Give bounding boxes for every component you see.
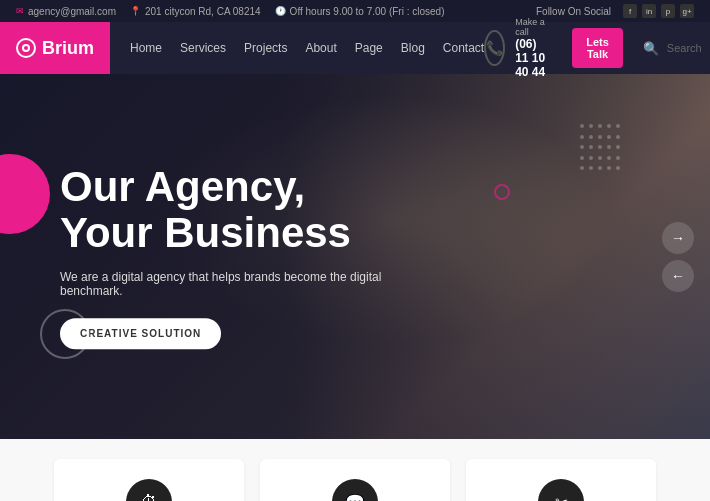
nav-home[interactable]: Home [130,41,162,55]
facebook-icon[interactable]: f [623,4,637,18]
card-quick-support: 💬 Quick Support [260,459,450,501]
hero-title-line2: Your Business [60,209,351,256]
digital-strategy-icon: ⏱ [126,479,172,501]
hero-next-button[interactable]: → [662,222,694,254]
phone-icon: 📞 [486,40,503,56]
phone-number: (06) 11 10 40 44 [515,37,552,79]
deco-ring-small [494,184,510,200]
search-label: Search [667,42,702,54]
call-label: Make a call [515,17,552,37]
nav-services[interactable]: Services [180,41,226,55]
hero-section: Our Agency, Your Business We are a digit… [0,74,710,439]
social-section: Follow On Social f in p g+ [536,4,694,18]
follow-label: Follow On Social [536,6,611,17]
hero-title-line1: Our Agency, [60,163,305,210]
card-quality-design: ✂ Quality Design Maker [466,459,656,501]
address-info: 📍 201 citycon Rd, CA 08214 [130,6,261,17]
phone-details: Make a call (06) 11 10 40 44 [515,17,552,79]
search-button[interactable]: 🔍 [643,41,659,56]
logo-text: Brium [42,38,94,59]
deco-ring-left [40,309,90,359]
main-nav: Home Services Projects About Page Blog C… [130,41,484,55]
logo-icon [16,38,36,58]
email-text: agency@gmail.com [28,6,116,17]
hours-info: 🕐 Off hours 9.00 to 7.00 (Fri : closed) [275,6,445,17]
email-icon: ✉ [16,6,24,16]
card-digital-strategy: ⏱ Digital Strategy [54,459,244,501]
hero-prev-button[interactable]: ← [662,260,694,292]
nav-page[interactable]: Page [355,41,383,55]
linkedin-icon[interactable]: in [642,4,656,18]
nav-projects[interactable]: Projects [244,41,287,55]
hero-title: Our Agency, Your Business [60,164,440,256]
clock-icon: 🕐 [275,6,286,16]
hours-text: Off hours 9.00 to 7.00 (Fri : closed) [290,6,445,17]
address-text: 201 citycon Rd, CA 08214 [145,6,261,17]
quality-design-icon: ✂ [538,479,584,501]
phone-circle-icon: 📞 [484,30,505,66]
googleplus-icon[interactable]: g+ [680,4,694,18]
pinterest-icon[interactable]: p [661,4,675,18]
nav-contact[interactable]: Contact [443,41,484,55]
nav-about[interactable]: About [305,41,336,55]
deco-dots [580,124,630,174]
location-icon: 📍 [130,6,141,16]
social-icons: f in p g+ [623,4,694,18]
phone-section: 📞 Make a call (06) 11 10 40 44 Lets Talk… [484,17,710,79]
header: Brium Home Services Projects About Page … [0,22,710,74]
email-info: ✉ agency@gmail.com [16,6,116,17]
lets-talk-button[interactable]: Lets Talk [572,28,623,68]
cards-section: ⏱ Digital Strategy 💬 Quick Support ✂ Qua… [0,439,710,501]
hero-subtitle: We are a digital agency that helps brand… [60,270,440,298]
logo[interactable]: Brium [0,22,110,74]
nav-blog[interactable]: Blog [401,41,425,55]
hero-navigation: → ← [662,222,694,292]
search-area: 🔍 Search [643,41,702,56]
quick-support-icon: 💬 [332,479,378,501]
hero-content: Our Agency, Your Business We are a digit… [60,164,440,349]
